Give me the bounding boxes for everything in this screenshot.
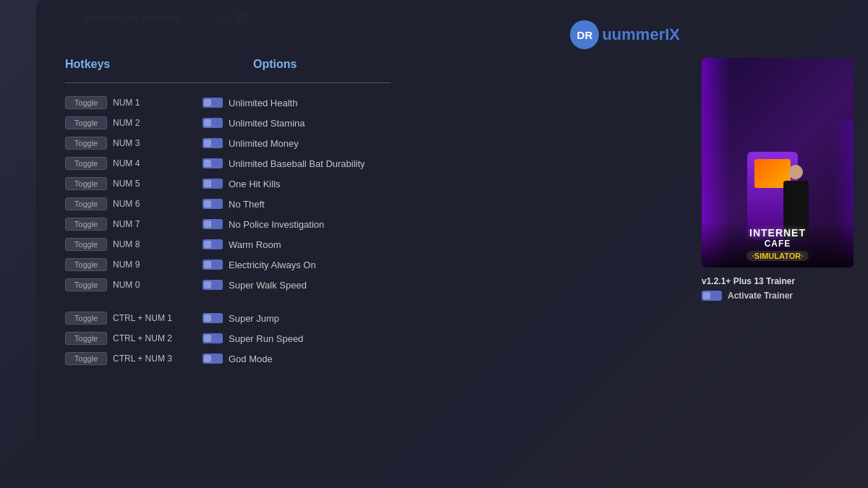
toggle-switch-6[interactable]	[203, 199, 223, 209]
separator	[65, 296, 694, 307]
option-row-13: Toggle CTRL + NUM 3 God Mode	[65, 349, 694, 368]
game-cover-image: INTERNET CAFE ·SIMULATOR·	[702, 58, 854, 267]
content-area: Hotkeys Options Toggle NUM 1 Unlimited H…	[65, 58, 694, 474]
option-row-7: Toggle NUM 7 No Police Investigation	[65, 215, 694, 234]
option-row-9: Toggle NUM 9 Electricity Always On	[65, 255, 694, 274]
toggle-btn-2[interactable]: Toggle	[65, 116, 107, 129]
option-label-9: Electricity Always On	[229, 260, 316, 270]
hotkey-label-1: NUM 1	[113, 98, 192, 108]
toggle-switch-1[interactable]	[203, 98, 223, 108]
toggle-btn-4[interactable]: Toggle	[65, 157, 107, 170]
hotkey-label-9: NUM 9	[113, 260, 192, 270]
toggle-btn-5[interactable]: Toggle	[65, 177, 107, 190]
hotkey-label-13: CTRL + NUM 3	[113, 354, 192, 364]
hotkey-label-10: NUM 0	[113, 280, 192, 290]
hotkey-label-3: NUM 3	[113, 138, 192, 148]
toggle-btn-7[interactable]: Toggle	[65, 218, 107, 231]
section-headers: Hotkeys Options	[65, 58, 694, 71]
toggle-switch-13[interactable]	[203, 354, 223, 364]
hotkey-label-4: NUM 4	[113, 158, 192, 168]
logo-icon: DR	[570, 20, 599, 49]
toggle-switch-2[interactable]	[203, 118, 223, 128]
game-title-line3: ·SIMULATOR·	[746, 251, 809, 261]
toggle-btn-8[interactable]: Toggle	[65, 238, 107, 251]
main-panel: DR uummerIX Hotkeys Options Toggle NUM 1…	[36, 0, 868, 488]
hotkey-label-7: NUM 7	[113, 219, 192, 229]
option-label-2: Unlimited Stamina	[229, 118, 305, 129]
logo-username: uummerIX	[602, 25, 680, 44]
trainer-version: v1.2.1+ Plus 13 Trainer	[702, 276, 854, 286]
divider	[65, 82, 391, 83]
option-label-8: Warm Room	[229, 239, 281, 250]
toggle-switch-9[interactable]	[203, 260, 223, 270]
option-row-2: Toggle NUM 2 Unlimited Stamina	[65, 114, 694, 132]
options-header: Options	[253, 58, 297, 71]
option-label-13: God Mode	[229, 354, 273, 364]
game-title-overlay: INTERNET CAFE ·SIMULATOR·	[702, 221, 854, 267]
right-panel: INTERNET CAFE ·SIMULATOR· v1.2.1+ Plus 1…	[702, 58, 854, 301]
option-label-10: Super Walk Speed	[229, 280, 307, 291]
hotkey-label-11: CTRL + NUM 1	[113, 313, 192, 323]
option-label-3: Unlimited Money	[229, 138, 299, 149]
toggle-switch-5[interactable]	[203, 179, 223, 189]
toggle-btn-10[interactable]: Toggle	[65, 278, 107, 291]
option-row-11: Toggle CTRL + NUM 1 Super Jump	[65, 309, 694, 328]
hotkey-label-12: CTRL + NUM 2	[113, 333, 192, 343]
game-title-line1: INTERNET	[707, 227, 848, 239]
hotkey-label-8: NUM 8	[113, 239, 192, 249]
toggle-switch-10[interactable]	[203, 280, 223, 290]
toggle-switch-12[interactable]	[203, 333, 223, 343]
option-label-6: No Theft	[229, 199, 265, 210]
option-label-4: Unlimited Baseball Bat Durability	[229, 158, 365, 169]
option-label-12: Super Run Speed	[229, 333, 303, 344]
toggle-btn-1[interactable]: Toggle	[65, 96, 107, 109]
option-label-1: Unlimited Health	[229, 98, 297, 108]
activate-toggle[interactable]	[702, 291, 722, 301]
options-list: Toggle NUM 1 Unlimited Health Toggle NUM…	[65, 93, 694, 368]
person-head	[788, 165, 803, 179]
toggle-switch-8[interactable]	[203, 239, 223, 249]
toggle-switch-11[interactable]	[203, 313, 223, 323]
trainer-info: v1.2.1+ Plus 13 Trainer Activate Trainer	[702, 276, 854, 301]
toggle-btn-3[interactable]: Toggle	[65, 137, 107, 150]
game-title-line2: CAFE	[707, 239, 848, 249]
option-row-4: Toggle NUM 4 Unlimited Baseball Bat Dura…	[65, 154, 694, 173]
toggle-btn-9[interactable]: Toggle	[65, 258, 107, 271]
activate-label: Activate Trainer	[728, 291, 793, 301]
option-label-7: No Police Investigation	[229, 219, 324, 230]
option-row-1: Toggle NUM 1 Unlimited Health	[65, 93, 694, 112]
option-row-8: Toggle NUM 8 Warm Room	[65, 235, 694, 254]
toggle-btn-13[interactable]: Toggle	[65, 352, 107, 365]
option-row-3: Toggle NUM 3 Unlimited Money	[65, 134, 694, 153]
toggle-switch-7[interactable]	[203, 219, 223, 229]
hotkey-label-2: NUM 2	[113, 118, 192, 128]
option-row-12: Toggle CTRL + NUM 2 Super Run Speed	[65, 329, 694, 348]
hotkeys-header: Hotkeys	[65, 58, 210, 71]
option-row-10: Toggle NUM 0 Super Walk Speed	[65, 275, 694, 294]
toggle-switch-3[interactable]	[203, 138, 223, 148]
toggle-btn-11[interactable]: Toggle	[65, 312, 107, 325]
hotkey-label-5: NUM 5	[113, 179, 192, 189]
hotkey-label-6: NUM 6	[113, 199, 192, 209]
toggle-switch-4[interactable]	[203, 158, 223, 168]
activate-row: Activate Trainer	[702, 291, 854, 301]
option-label-5: One Hit Kills	[229, 179, 281, 189]
logo-area: DR uummerIX	[570, 20, 680, 49]
toggle-btn-12[interactable]: Toggle	[65, 332, 107, 345]
toggle-btn-6[interactable]: Toggle	[65, 197, 107, 210]
option-row-5: Toggle NUM 5 One Hit Kills	[65, 174, 694, 193]
option-label-11: Super Jump	[229, 313, 279, 324]
option-row-6: Toggle NUM 6 No Theft	[65, 194, 694, 213]
